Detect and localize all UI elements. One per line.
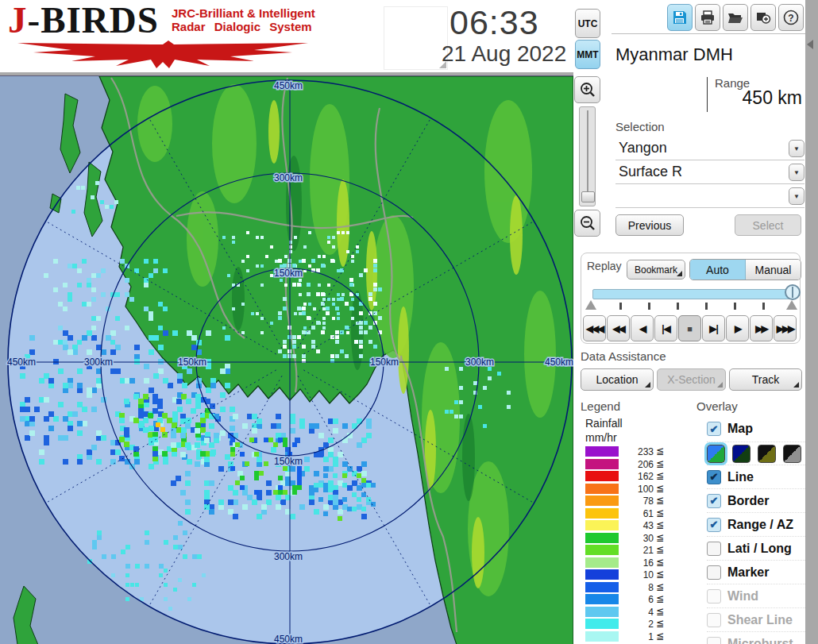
zoom-out-button[interactable]	[574, 210, 600, 237]
legend-row: 30≦	[585, 533, 685, 543]
stop-button[interactable]: ■	[678, 315, 701, 341]
step-back-button[interactable]: |◀	[654, 315, 677, 341]
zoom-slider-thumb[interactable]	[581, 191, 595, 202]
legend-swatch	[585, 631, 619, 642]
ruler-tick	[619, 303, 622, 310]
jbirds-logo: J-BIRDS JRC-Brilliant & Intelligent Rada…	[8, 2, 314, 70]
checkbox-checked-icon[interactable]: ✔	[707, 494, 721, 508]
ring-label: 450km	[7, 357, 36, 368]
ruler-end-marker[interactable]	[786, 300, 797, 310]
selection-label: Selection	[615, 120, 665, 133]
zoom-out-icon	[579, 214, 596, 232]
legend-swatch	[585, 533, 619, 543]
extra-dropdown[interactable]: ▼	[615, 186, 804, 208]
ring-label: 300km	[274, 551, 303, 562]
radar-map[interactable]: 450km 300km 150km 150km 300km 450km 450k…	[0, 75, 573, 644]
open-file-button[interactable]	[723, 4, 748, 31]
legend-value: 16	[622, 557, 654, 569]
map-zoom-widget	[574, 76, 601, 238]
overlay-item-label: Map	[727, 422, 753, 436]
map-style-swatch-3[interactable]	[758, 445, 776, 463]
lte-symbol: ≦	[656, 544, 664, 555]
legend-swatch	[585, 459, 619, 469]
legend-swatch	[585, 582, 619, 592]
legend-swatch	[585, 619, 619, 629]
overlay-item-map[interactable]: ✔Map	[707, 416, 805, 442]
print-button[interactable]	[695, 4, 720, 31]
jbirds-app: J-BIRDS JRC-Brilliant & Intelligent Rada…	[0, 0, 818, 644]
lte-symbol: ≦	[656, 618, 664, 629]
lte-symbol: ≦	[656, 569, 664, 580]
utc-button[interactable]: UTC	[575, 9, 600, 38]
ring-label: 450km	[545, 357, 573, 368]
rewind-fast-button[interactable]: ◀◀◀	[583, 315, 606, 341]
legend-row: 8≦	[585, 582, 685, 592]
overlay-item-marker[interactable]: Marker	[707, 560, 805, 584]
overlay-item-label: Line	[727, 470, 754, 484]
checkbox-icon[interactable]	[707, 637, 721, 644]
forward-button[interactable]: ▶▶	[750, 315, 773, 341]
clock-time: 06:33	[450, 3, 569, 42]
checkbox-checked-icon[interactable]: ✔	[707, 470, 721, 484]
legend-value: 10	[622, 569, 654, 580]
ruler-tick	[734, 303, 736, 310]
save-button[interactable]	[667, 4, 693, 31]
legend-scale: 233≦206≦162≦100≦78≦61≦43≦30≦21≦16≦10≦8≦6…	[585, 446, 685, 643]
xsection-button[interactable]: X-Section	[657, 368, 726, 391]
product-dropdown-arrow[interactable]: ▼	[789, 164, 804, 181]
select-button[interactable]: Select	[735, 214, 801, 236]
checkbox-checked-icon[interactable]: ✔	[707, 518, 721, 532]
map-style-swatch-4[interactable]	[783, 445, 801, 463]
bookmark-button[interactable]: Bookmark	[627, 260, 685, 280]
previous-button[interactable]: Previous	[615, 214, 684, 236]
extra-dropdown-arrow[interactable]: ▼	[789, 187, 804, 205]
step-forward-button[interactable]: ▶|	[702, 315, 725, 341]
site-dropdown-arrow[interactable]: ▼	[789, 140, 804, 157]
overlay-item-wind[interactable]: Wind	[707, 584, 805, 607]
play-reverse-button[interactable]: ◀	[631, 315, 654, 341]
checkbox-checked-icon[interactable]: ✔	[707, 422, 721, 436]
mmt-button[interactable]: MMT	[575, 40, 600, 69]
capture-button[interactable]	[750, 4, 776, 31]
site-dropdown[interactable]: Yangon ▼	[615, 138, 804, 160]
data-assistance-label: Data Assistance	[581, 349, 666, 363]
rewind-button[interactable]: ◀◀	[607, 315, 630, 341]
play-button[interactable]: ▶	[726, 315, 749, 341]
overlay-item-microburst[interactable]: Microburst	[707, 631, 805, 644]
location-button[interactable]: Location	[581, 368, 654, 391]
forward-fast-button[interactable]: ▶▶▶	[774, 315, 797, 341]
ruler-tick	[762, 303, 765, 310]
zoom-in-button[interactable]	[574, 76, 600, 103]
manual-button[interactable]: Manual	[746, 260, 801, 280]
map-style-swatch-2[interactable]	[732, 445, 750, 463]
zoom-slider-track[interactable]	[579, 106, 596, 206]
help-button[interactable]: ?	[778, 4, 804, 31]
overlay-item-shear-line[interactable]: Shear Line	[707, 607, 805, 631]
replay-mode-switch: Auto Manual	[689, 259, 801, 280]
panel-collapse-arrow-icon[interactable]	[807, 40, 813, 49]
legend-value: 21	[622, 545, 654, 556]
track-button[interactable]: Track	[729, 368, 802, 391]
overlay-item-range-az[interactable]: ✔Range / AZ	[707, 512, 805, 536]
product-dropdown[interactable]: Surface R ▼	[615, 162, 804, 184]
replay-slider-track[interactable]	[592, 289, 794, 299]
auto-button[interactable]: Auto	[690, 260, 746, 280]
lte-symbol: ≦	[656, 631, 664, 642]
range-value: 450 km	[707, 87, 802, 109]
ruler-start-marker[interactable]	[585, 300, 596, 310]
checkbox-icon[interactable]	[707, 542, 721, 556]
legend-row: 61≦	[585, 508, 685, 519]
legend-row: 1≦	[585, 631, 685, 642]
overlay-item-border[interactable]: ✔Border	[707, 488, 805, 512]
map-style-swatch-1[interactable]	[707, 445, 725, 463]
overlay-item-lati-long[interactable]: Lati / Long	[707, 536, 805, 560]
logo-tagline: JRC-Brilliant & Intelligent Radar Dialog…	[172, 6, 315, 33]
legend-value: 6	[622, 594, 654, 605]
zoom-in-icon	[579, 81, 596, 98]
checkbox-icon[interactable]	[707, 613, 721, 627]
overlay-item-line[interactable]: ✔Line	[707, 465, 805, 488]
checkbox-icon[interactable]	[707, 589, 721, 604]
checkbox-icon[interactable]	[707, 565, 721, 580]
replay-slider-thumb[interactable]	[785, 284, 801, 300]
clock-date: 21 Aug 2022	[442, 41, 573, 67]
